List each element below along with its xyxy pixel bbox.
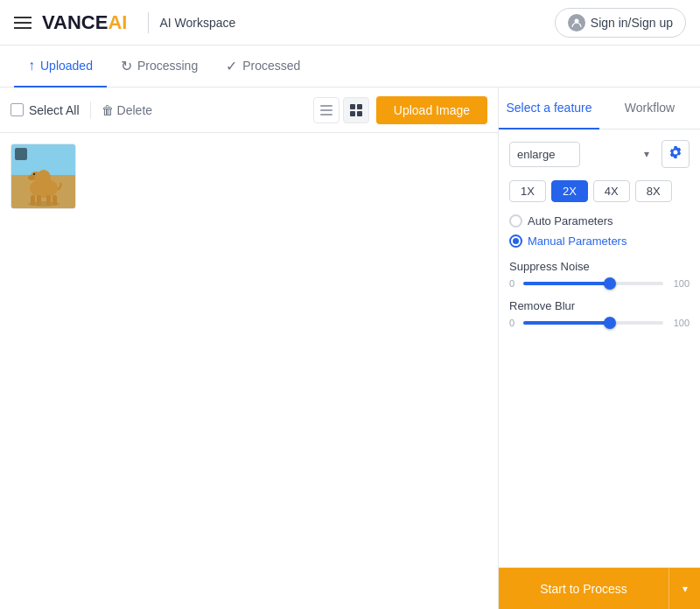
- feature-select-wrap: enlarge denoise sharpen bg-remove: [509, 142, 656, 167]
- tab-workflow-label: Workflow: [625, 101, 675, 115]
- right-panel: Select a feature Workflow enlarge denois…: [499, 88, 700, 609]
- tab-processed-label: Processed: [242, 59, 300, 73]
- app-logo: VANCEAI: [42, 11, 127, 34]
- svg-point-15: [28, 175, 35, 180]
- svg-point-16: [33, 173, 35, 175]
- tab-select-feature-label: Select a feature: [506, 101, 592, 115]
- scale-group: 1X 2X 4X 8X: [509, 180, 690, 202]
- suppress-noise-max: 100: [668, 278, 690, 289]
- tab-workflow[interactable]: Workflow: [599, 88, 700, 130]
- processing-icon: ↻: [121, 58, 132, 74]
- tab-processing[interactable]: ↻ Processing: [107, 46, 212, 88]
- svg-rect-5: [357, 104, 362, 109]
- view-toggle: [313, 97, 369, 123]
- sign-in-button[interactable]: Sign in/Sign up: [555, 8, 686, 38]
- svg-rect-21: [18, 150, 24, 158]
- hamburger-menu[interactable]: [14, 17, 32, 29]
- workspace-label: AI Workspace: [159, 16, 235, 30]
- logo-text: VANCE: [42, 11, 108, 34]
- remove-blur-track[interactable]: [523, 321, 663, 325]
- avatar-icon: [568, 14, 585, 32]
- svg-rect-7: [357, 111, 362, 116]
- svg-rect-19: [46, 195, 51, 206]
- processed-check-icon: ✓: [226, 58, 237, 74]
- svg-rect-3: [320, 114, 332, 116]
- process-dropdown-button[interactable]: ▾: [668, 568, 700, 609]
- chevron-down-icon: ▾: [682, 583, 688, 595]
- feature-select[interactable]: enlarge denoise sharpen bg-remove: [509, 142, 580, 167]
- sign-in-label: Sign in/Sign up: [591, 16, 673, 30]
- upload-image-button[interactable]: Upload Image: [376, 96, 487, 124]
- right-content: enlarge denoise sharpen bg-remove: [499, 130, 700, 567]
- manual-params-label: Manual Parameters: [528, 234, 626, 248]
- svg-rect-20: [52, 195, 57, 206]
- suppress-noise-min: 0: [509, 278, 518, 289]
- feature-row: enlarge denoise sharpen bg-remove: [509, 140, 690, 168]
- remove-blur-thumb[interactable]: [604, 317, 616, 329]
- select-all-checkbox[interactable]: [10, 103, 24, 116]
- remove-blur-row: 0 100: [509, 318, 690, 328]
- process-bar: Start to Process ▾: [499, 567, 700, 609]
- tab-uploaded-label: Uploaded: [40, 59, 93, 73]
- suppress-noise-section: Suppress Noise 0 100: [509, 260, 690, 289]
- tab-select-feature[interactable]: Select a feature: [499, 88, 599, 130]
- remove-blur-fill: [523, 321, 610, 325]
- scale-1x-button[interactable]: 1X: [509, 180, 546, 202]
- thumbnail-checkbox[interactable]: [15, 148, 27, 160]
- delete-label: Delete: [117, 103, 152, 117]
- header-divider: [148, 12, 149, 33]
- left-panel: Select All 🗑 Delete: [0, 88, 499, 609]
- suppress-noise-label: Suppress Noise: [509, 260, 690, 273]
- tab-processing-label: Processing: [137, 59, 198, 73]
- right-tabs: Select a feature Workflow: [499, 88, 700, 130]
- select-all-wrap: Select All: [10, 103, 80, 117]
- scale-4x-button[interactable]: 4X: [593, 180, 630, 202]
- gear-button[interactable]: [662, 140, 690, 168]
- svg-rect-4: [350, 104, 355, 109]
- gear-icon: [668, 145, 682, 163]
- image-thumbnail[interactable]: [10, 144, 76, 209]
- params-radio-group: Auto Parameters Manual Parameters: [509, 214, 690, 248]
- svg-rect-2: [320, 109, 332, 111]
- suppress-noise-row: 0 100: [509, 278, 690, 289]
- toolbar-separator: [90, 102, 91, 119]
- select-all-label[interactable]: Select All: [29, 103, 80, 117]
- tab-processed[interactable]: ✓ Processed: [212, 46, 314, 88]
- svg-rect-1: [320, 105, 332, 107]
- auto-radio-circle: [509, 214, 522, 228]
- scale-8x-button[interactable]: 8X: [635, 180, 672, 202]
- scale-2x-button[interactable]: 2X: [551, 180, 588, 202]
- svg-rect-6: [350, 111, 355, 116]
- main-tabs: ↑ Uploaded ↻ Processing ✓ Processed: [0, 46, 700, 88]
- suppress-noise-track[interactable]: [523, 282, 663, 285]
- list-view-button[interactable]: [313, 97, 340, 123]
- logo-ai: AI: [108, 11, 127, 34]
- suppress-noise-fill: [523, 282, 610, 285]
- suppress-noise-thumb[interactable]: [604, 277, 616, 290]
- svg-rect-18: [37, 195, 41, 206]
- manual-params-radio[interactable]: Manual Parameters: [509, 234, 690, 248]
- auto-params-radio[interactable]: Auto Parameters: [509, 214, 690, 228]
- main-layout: Select All 🗑 Delete: [0, 88, 700, 609]
- trash-icon: 🗑: [102, 103, 114, 117]
- start-process-button[interactable]: Start to Process: [499, 568, 668, 609]
- app-header: VANCEAI AI Workspace Sign in/Sign up: [0, 0, 700, 46]
- upload-arrow-icon: ↑: [28, 58, 35, 74]
- remove-blur-min: 0: [509, 318, 518, 328]
- image-grid: [0, 133, 498, 609]
- remove-blur-section: Remove Blur 0 100: [509, 299, 690, 328]
- grid-view-button[interactable]: [343, 97, 369, 123]
- remove-blur-label: Remove Blur: [509, 299, 690, 312]
- image-toolbar: Select All 🗑 Delete: [0, 88, 498, 133]
- manual-radio-circle: [509, 234, 522, 248]
- auto-params-label: Auto Parameters: [528, 214, 613, 228]
- remove-blur-max: 100: [668, 318, 690, 328]
- tab-uploaded[interactable]: ↑ Uploaded: [14, 46, 107, 88]
- svg-rect-17: [31, 195, 35, 206]
- delete-button[interactable]: 🗑 Delete: [102, 103, 152, 117]
